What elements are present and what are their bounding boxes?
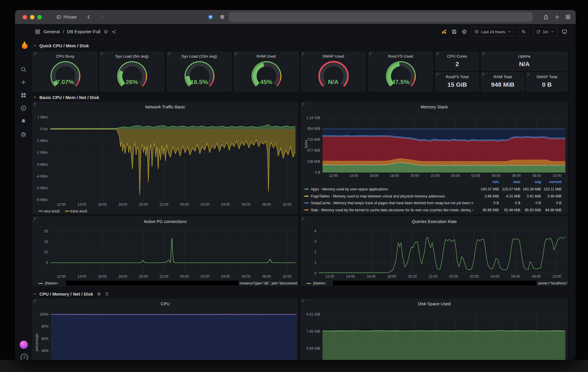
panel-title[interactable]: CPU Cores — [436, 54, 479, 58]
svg-text:9.31 GiB: 9.31 GiB — [306, 312, 320, 316]
svg-text:12:00: 12:00 — [329, 174, 338, 178]
row-settings-gear-icon[interactable] — [97, 292, 101, 296]
svg-text:16:00: 16:00 — [367, 274, 375, 279]
save-dashboard-icon[interactable] — [451, 29, 457, 35]
extension-icon[interactable] — [208, 14, 213, 20]
panel-title[interactable]: Sys Load (15m avg) — [167, 54, 231, 58]
panel-title[interactable]: Sys Load (5m avg) — [100, 54, 164, 58]
minimize-window-button[interactable] — [30, 15, 34, 19]
zoom-out-button[interactable] — [518, 27, 529, 36]
new-tab-icon[interactable] — [554, 14, 560, 20]
share-dashboard-icon[interactable] — [111, 29, 116, 34]
row-header-basic[interactable]: Basic CPU / Mem / Net / Disk — [33, 93, 99, 101]
svg-text:18:00: 18:00 — [118, 274, 127, 279]
clock-icon — [474, 29, 479, 34]
close-window-button[interactable] — [23, 15, 27, 19]
legend-item[interactable]: recv ens5 — [39, 209, 60, 213]
address-bar[interactable] — [229, 12, 533, 22]
svg-text:04:00: 04:00 — [491, 274, 500, 279]
explore-compass-icon[interactable] — [20, 105, 27, 111]
dashboards-icon[interactable] — [20, 92, 27, 98]
gauge-viz — [234, 59, 298, 90]
svg-text:-3 Mb/s: -3 Mb/s — [36, 162, 48, 167]
row-header-cpu-memory[interactable]: CPU / Memory / Net / Disk — [33, 290, 109, 298]
configuration-gear-icon[interactable] — [20, 131, 27, 138]
breadcrumb-section[interactable]: General — [44, 29, 60, 34]
legend-header-current[interactable]: current — [538, 180, 562, 184]
chart-legend[interactable]: {Name= server="localhost:54 — [301, 281, 567, 286]
dashboard-settings-icon[interactable] — [461, 29, 467, 35]
svg-text:1: 1 — [314, 261, 316, 265]
search-icon[interactable] — [20, 66, 27, 73]
svg-text:04:00: 04:00 — [492, 174, 500, 178]
svg-text:14:00: 14:00 — [77, 202, 86, 207]
svg-text:08:00: 08:00 — [262, 202, 271, 207]
chevron-down-icon — [507, 30, 511, 34]
share-icon[interactable] — [543, 14, 549, 20]
svg-text:04:00: 04:00 — [221, 202, 230, 207]
legend-item[interactable]: trans ens5 — [65, 209, 87, 213]
queries-rate-chart: 4321012:0014:0016:0018:0020:0022:0000:00… — [301, 217, 567, 286]
sidebar-icon[interactable] — [56, 14, 61, 20]
legend-header-avg[interactable]: avg — [517, 180, 541, 184]
svg-text:22:00: 22:00 — [160, 274, 168, 279]
legend-row[interactable]: Apps - Memory used by user-space applica… — [301, 187, 567, 192]
panel-title[interactable]: RAM Used — [234, 54, 298, 58]
svg-text:06:00: 06:00 — [511, 274, 520, 279]
tab-overview-icon[interactable] — [565, 14, 571, 20]
desktop-bottom-strip — [0, 360, 588, 372]
legend-row[interactable]: PageTables - Memory used to map between … — [301, 194, 567, 199]
redaction-bar — [66, 281, 238, 286]
kiosk-mode-icon[interactable] — [562, 29, 567, 35]
svg-text:715 MiB: 715 MiB — [307, 138, 320, 142]
refresh-controls[interactable]: 1m — [533, 27, 557, 36]
time-range-picker[interactable]: Last 24 hours — [471, 27, 514, 36]
zoom-window-button[interactable] — [37, 15, 42, 19]
back-button[interactable] — [86, 14, 92, 20]
add-panel-icon[interactable] — [441, 29, 447, 35]
panel-rootfs-total: i RootFS Total 15 GiB — [435, 72, 479, 91]
forward-button[interactable] — [99, 14, 105, 20]
create-icon[interactable] — [20, 79, 27, 86]
gauge-viz — [100, 59, 164, 90]
legend-row[interactable]: SwapCache - Memory that keeps track of p… — [301, 201, 567, 205]
row-delete-trash-icon[interactable] — [105, 292, 109, 296]
dashboard-grid-icon[interactable] — [35, 29, 41, 35]
user-avatar[interactable] — [20, 341, 28, 349]
private-label: Private — [64, 15, 77, 19]
content-blocker-shield-icon[interactable] — [219, 14, 225, 20]
alerting-bell-icon[interactable] — [20, 118, 27, 125]
panel-title[interactable]: RAM Total — [482, 75, 524, 79]
gauge-value: 16.5% — [167, 78, 231, 86]
legend-row[interactable]: Slab - Memory used by the kernel to cach… — [301, 208, 567, 212]
star-icon[interactable] — [103, 29, 108, 34]
panel-title[interactable]: Root FS Used — [369, 54, 432, 58]
dashboard-title[interactable]: DB Exporter Full — [67, 29, 100, 34]
svg-text:2: 2 — [314, 250, 316, 254]
legend-header-max[interactable]: max — [497, 180, 520, 184]
breadcrumb: General / DB Exporter Full — [35, 29, 116, 35]
chart-legend[interactable]: {Name= instanceType="db", job="discovere… — [33, 281, 297, 286]
row-header-quick[interactable]: Quick CPU / Mem / Disk — [33, 42, 89, 49]
stat-value: 15 GiB — [436, 81, 479, 88]
panel-uptime: i Uptime N/A — [481, 52, 567, 71]
disk-space-chart: 9.31 GiB7.45 GiB5.59 GiB — [301, 299, 567, 360]
help-icon[interactable]: ? — [21, 354, 28, 360]
grafana-logo[interactable] — [19, 40, 29, 50]
topnav-controls: Last 24 hours 1m — [441, 27, 567, 36]
panel-ram-used: i RAM Used 45% — [234, 52, 298, 91]
chevron-down-icon — [33, 43, 37, 48]
panel-title[interactable]: SWAP Total — [527, 75, 567, 79]
svg-text:00:00: 00:00 — [180, 274, 189, 279]
chevron-down-icon — [550, 30, 554, 34]
svg-text:5.59 GiB: 5.59 GiB — [306, 346, 320, 351]
panel-title[interactable]: Uptime — [482, 54, 567, 58]
panel-title[interactable]: RootFS Total — [436, 75, 479, 79]
gauge-viz — [301, 59, 365, 90]
svg-text:3: 3 — [314, 239, 316, 244]
panel-title[interactable]: CPU Busy — [33, 54, 97, 58]
gauge-value: 45% — [234, 78, 298, 86]
panel-title[interactable]: SWAP Used — [301, 54, 365, 58]
legend-header-min[interactable]: min — [475, 180, 499, 184]
svg-text:10:00: 10:00 — [553, 174, 562, 178]
